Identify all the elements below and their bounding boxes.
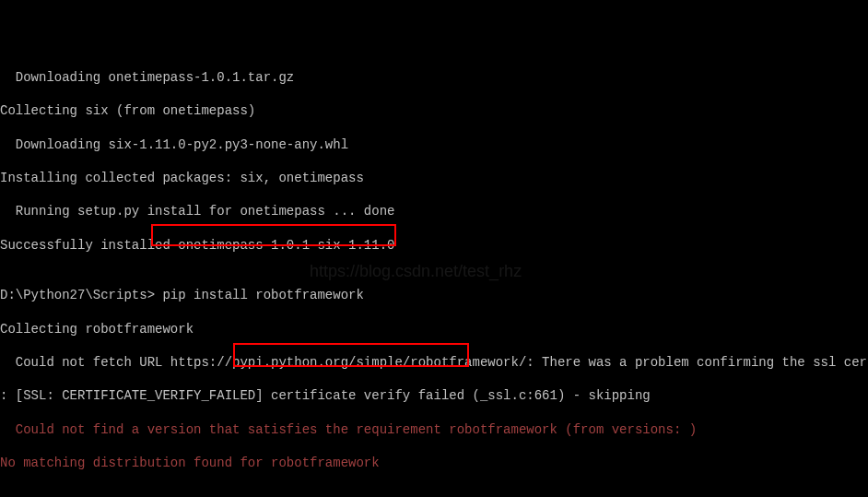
terminal-prompt-line[interactable]: D:\Python27\Scripts> pip install robotfr… xyxy=(0,287,868,303)
terminal-line: Collecting six (from onetimepass) xyxy=(0,102,868,119)
terminal-line: Installing collected packages: six, onet… xyxy=(0,170,868,186)
prompt: D:\Python27\Scripts> xyxy=(0,288,162,302)
terminal-line: Successfully installed onetimepass-1.0.1… xyxy=(0,237,868,254)
terminal-line: Downloading onetimepass-1.0.1.tar.gz xyxy=(0,69,868,86)
terminal-line: Collecting robotframework xyxy=(0,321,868,337)
watermark-text: https://blog.csdn.net/test_rhz xyxy=(310,261,522,282)
command-input: pip install robotframework xyxy=(162,288,363,302)
terminal-error-line: No matching distribution found for robot… xyxy=(0,455,868,471)
terminal-error-line: Could not find a version that satisfies … xyxy=(0,421,868,438)
terminal-line: Downloading six-1.11.0-py2.py3-none-any.… xyxy=(0,136,868,153)
terminal-line: Running setup.py install for onetimepass… xyxy=(0,203,868,219)
terminal-line: Could not fetch URL https://pypi.python.… xyxy=(0,354,868,371)
terminal-line: : [SSL: CERTIFICATE_VERIFY_FAILED] certi… xyxy=(0,387,868,404)
